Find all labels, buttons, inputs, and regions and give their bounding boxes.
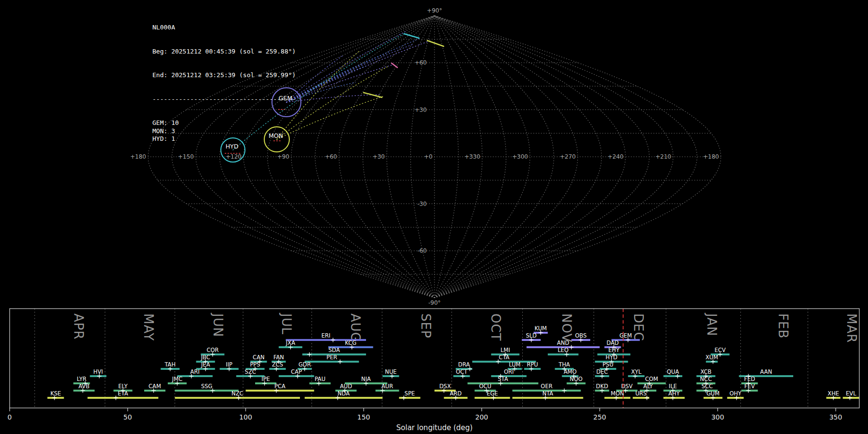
shower-label-obs: OBS bbox=[575, 332, 586, 339]
shower-label-nda: NDA bbox=[338, 390, 350, 397]
shower-label-zcs: ZCS bbox=[272, 361, 283, 368]
shower-label-psu: PSU bbox=[602, 361, 613, 368]
shower-label-ohy: OHY bbox=[730, 390, 742, 397]
x-tick-label: 0 bbox=[8, 413, 12, 421]
shower-label-spe: SPE bbox=[405, 390, 415, 397]
month-label-aug: AUG bbox=[348, 313, 363, 342]
shower-label-ile: ILE bbox=[669, 383, 677, 390]
meteor-segment bbox=[392, 63, 397, 68]
shower-counts: GEM: 10MON: 3HYD: 1 bbox=[152, 119, 296, 143]
shower-label-dsx: DSX bbox=[439, 383, 451, 390]
end-time-line: End: 20251212 03:25:39 (sol = 259.99°) bbox=[152, 71, 296, 80]
month-label-mar: MAR bbox=[844, 313, 859, 343]
shower-label-ehy: EHY bbox=[609, 347, 620, 353]
shower-label-per: PER bbox=[326, 354, 337, 361]
shower-label-hyd: HYD bbox=[606, 354, 618, 361]
longitude-label: +210 bbox=[655, 153, 671, 160]
shower-label-oer: OER bbox=[541, 383, 552, 390]
shower-count-line: MON: 3 bbox=[152, 127, 296, 136]
shower-label-szc: SZC bbox=[245, 368, 256, 375]
month-label-nov: NOV bbox=[559, 313, 574, 342]
latitude-label: +60 bbox=[415, 59, 427, 66]
shower-label-fev: FEV bbox=[745, 383, 755, 390]
shower-label-eri: ERI bbox=[322, 332, 331, 339]
shower-label-oct: OCT bbox=[456, 368, 468, 375]
shower-label-dra: DRA bbox=[458, 361, 470, 368]
shower-label-ipe: IPE bbox=[261, 376, 270, 382]
divider-line: -------------------------------------- bbox=[152, 95, 296, 104]
shower-label-pau: PAU bbox=[314, 376, 325, 382]
longitude-label: +30 bbox=[373, 153, 385, 160]
shower-label-nzc: NZC bbox=[231, 390, 244, 397]
shower-label-kum: KUM bbox=[534, 325, 547, 332]
shower-label-eta: ETA bbox=[118, 390, 128, 397]
meteor-trajectory bbox=[286, 31, 407, 102]
shower-label-can: CAN bbox=[253, 354, 265, 361]
shower-label-pca: PCA bbox=[274, 383, 285, 390]
meteor-trajectory bbox=[286, 38, 420, 102]
month-label-jan: JAN bbox=[705, 312, 719, 336]
shower-label-ssg: SSG bbox=[201, 383, 213, 390]
month-label-sep: SEP bbox=[419, 313, 433, 339]
shower-count-line: GEM: 10 bbox=[152, 119, 296, 127]
shower-label-scc: SCC bbox=[702, 383, 713, 390]
shower-label-nta: NTA bbox=[542, 390, 554, 397]
meteor-trajectory bbox=[286, 66, 366, 102]
shower-label-kcg: KCG bbox=[345, 339, 356, 346]
shower-label-cta: CTA bbox=[499, 354, 509, 361]
shower-label-tah: TAH bbox=[164, 361, 176, 368]
sky-map-and-activity-plot: +90°-90°+60+30-30-60+180+150+120+90+60+3… bbox=[0, 0, 868, 434]
month-label-jun: JUN bbox=[211, 312, 225, 337]
shower-label-dkd: DKD bbox=[596, 383, 608, 390]
month-label-oct: OCT bbox=[488, 313, 503, 341]
longitude-label: +180 bbox=[130, 153, 146, 160]
shower-label-com: COM bbox=[645, 376, 658, 382]
sky-grid-meridian bbox=[434, 16, 625, 298]
shower-label-iip: IIP bbox=[226, 361, 232, 368]
begin-time-line: Beg: 20251212 00:45:39 (sol = 259.88°) bbox=[152, 48, 296, 56]
shower-label-jxa: JXA bbox=[285, 339, 295, 346]
shower-label-aly: ALY bbox=[643, 383, 653, 390]
x-tick-label: 250 bbox=[593, 413, 606, 421]
shower-label-gdr: GDR bbox=[298, 361, 311, 368]
shower-label-cor: COR bbox=[206, 347, 218, 353]
station-code: NL000A bbox=[152, 24, 296, 32]
shower-label-pps: PPS bbox=[250, 361, 260, 368]
longitude-label: +240 bbox=[608, 153, 624, 160]
shower-label-ecv: ECV bbox=[715, 347, 726, 353]
observation-info-block: NL000A Beg: 20251212 00:45:39 (sol = 259… bbox=[152, 8, 296, 159]
shower-label-mon: MON bbox=[611, 390, 624, 397]
shower-label-jmc: JMC bbox=[172, 376, 182, 382]
month-label-apr: APR bbox=[71, 313, 86, 340]
month-label-dec: DEC bbox=[631, 313, 646, 341]
month-label-may: MAY bbox=[141, 313, 156, 341]
shower-label-aud: AUD bbox=[340, 383, 352, 390]
shower-label-aan: AAN bbox=[760, 368, 772, 375]
latitude-label: -30 bbox=[417, 201, 427, 207]
meteor-segment bbox=[364, 93, 382, 97]
shower-label-ncc: NCC bbox=[700, 376, 712, 382]
month-label-feb: FEB bbox=[776, 313, 790, 339]
x-tick-label: 350 bbox=[829, 413, 842, 421]
shower-label-ely: ELY bbox=[118, 383, 128, 390]
shower-label-cam: CAM bbox=[149, 383, 161, 390]
x-tick-label: 100 bbox=[239, 413, 252, 421]
shower-label-evl: EVL bbox=[846, 390, 856, 397]
shower-label-sda: SDA bbox=[328, 347, 340, 353]
x-tick-label: 200 bbox=[475, 413, 488, 421]
shower-label-dec: DEC bbox=[596, 368, 608, 375]
shower-label-dad: DAD bbox=[607, 339, 619, 346]
longitude-label: +330 bbox=[464, 153, 480, 160]
shower-label-gem: GEM bbox=[619, 332, 632, 339]
shower-label-xhe: XHE bbox=[827, 390, 839, 397]
shower-label-rpu: RPU bbox=[527, 361, 538, 368]
shower-label-cap: CAP bbox=[291, 368, 302, 375]
shower-label-ege: EGE bbox=[487, 390, 498, 397]
shower-label-ard: ARD bbox=[450, 390, 462, 397]
shower-label-amo: AMO bbox=[564, 368, 577, 375]
x-tick-label: 300 bbox=[711, 413, 724, 421]
shower-label-ocu: OCU bbox=[479, 383, 491, 390]
activity-timeline: APRMAYJUNJULAUGSEPOCTNOVDECJANFEBMARKUME… bbox=[8, 309, 859, 432]
shower-label-xyl: XYL bbox=[631, 368, 642, 375]
shower-label-hvi: HVI bbox=[94, 368, 103, 375]
